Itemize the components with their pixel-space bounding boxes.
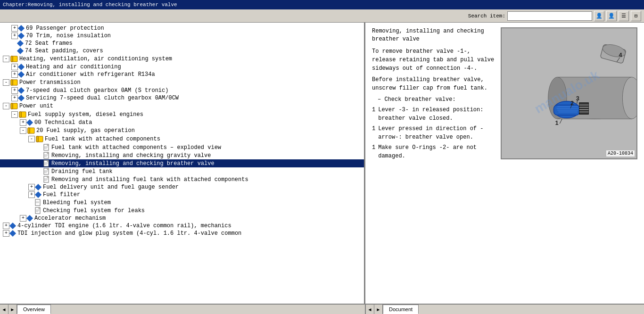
tree-item-label: Power transmission bbox=[19, 79, 81, 86]
nav-right-left-btn[interactable]: ◄ bbox=[366, 305, 374, 314]
tree-item-15[interactable]: -Fuel tank with attached components bbox=[0, 135, 364, 143]
svg-rect-11 bbox=[19, 112, 21, 117]
title-bar: Chapter:Removing, installing and checkin… bbox=[0, 0, 644, 9]
tree-item-8[interactable]: -Power transmission bbox=[0, 78, 364, 87]
tree-expand-icon[interactable]: - bbox=[3, 56, 9, 62]
svg-text:2: 2 bbox=[570, 99, 574, 107]
tree-item-label: Draining fuel tank bbox=[51, 168, 113, 175]
svg-rect-8 bbox=[11, 103, 13, 109]
tree-item-20[interactable]: Removing and installing fuel tank with a… bbox=[0, 175, 364, 183]
nav-left-btn[interactable]: ◄ bbox=[0, 305, 8, 314]
tree-expand-icon[interactable]: + bbox=[11, 71, 18, 78]
para-5: 1 Lever pressed in direction of -arrow-:… bbox=[372, 124, 496, 141]
menu-icon-btn[interactable]: ☰ bbox=[619, 11, 629, 21]
main-container: +69 Passenger protection+70 Trim, noise … bbox=[0, 23, 644, 304]
tree-expand-icon[interactable]: + bbox=[11, 87, 18, 94]
svg-text:1: 1 bbox=[555, 119, 558, 126]
tree-container[interactable]: +69 Passenger protection+70 Trim, noise … bbox=[0, 23, 364, 304]
tree-item-1[interactable]: +69 Passenger protection bbox=[0, 25, 364, 32]
tree-expand-icon[interactable]: - bbox=[3, 103, 9, 109]
tree-item-5[interactable]: -Heating, ventilation, air conditioning … bbox=[0, 55, 364, 63]
tree-item-18[interactable]: Removing, installing and checking breath… bbox=[0, 159, 364, 167]
tree-item-label: Heating, ventilation, air conditioning s… bbox=[19, 56, 172, 62]
svg-rect-5 bbox=[11, 80, 13, 85]
settings-icon-btn[interactable]: ⊟ bbox=[631, 11, 641, 21]
status-left: ◄ ► Overview bbox=[0, 305, 366, 314]
tree-item-27[interactable]: +TDI injection and glow plug system (4-c… bbox=[0, 230, 364, 237]
tree-expand-icon[interactable]: + bbox=[20, 215, 26, 222]
tree-item-11[interactable]: -Power unit bbox=[0, 102, 364, 110]
tree-item-label: Servicing 7-speed dual clutch gearbox 0A… bbox=[26, 95, 179, 101]
tree-item-label: Fuel tank with attached components bbox=[45, 136, 160, 142]
user-icon-btn[interactable]: 👤 bbox=[594, 11, 604, 21]
tree-item-4[interactable]: 74 Seat padding, covers bbox=[0, 47, 364, 55]
tree-item-label: Removing, installing and checking breath… bbox=[51, 160, 215, 167]
tree-item-label: Fuel delivery unit and fuel gauge sender bbox=[43, 184, 179, 190]
tree-item-label: TDI injection and glow plug system (4-cy… bbox=[17, 230, 241, 237]
tree-item-label: 4-cylinder TDI engine (1.6 ltr. 4-valve … bbox=[17, 223, 231, 229]
tree-item-25[interactable]: +Accelerator mechanism bbox=[0, 215, 364, 222]
para-6: 1 Make sure O-rings -2- are not damaged. bbox=[372, 143, 496, 160]
tree-expand-icon[interactable]: + bbox=[3, 230, 9, 237]
tree-item-16[interactable]: Fuel tank with attached components – exp… bbox=[0, 143, 364, 151]
para-4: 1 Lever -3- in released position: breath… bbox=[372, 106, 496, 123]
svg-text:3: 3 bbox=[576, 95, 579, 102]
tree-expand-icon[interactable]: - bbox=[3, 79, 9, 86]
right-panel: 1 2 3 4 manualo.uk A20-10834 bbox=[365, 23, 644, 304]
tree-expand-icon[interactable]: + bbox=[11, 25, 18, 32]
tree-expand-icon[interactable]: + bbox=[20, 119, 26, 126]
tree-expand-icon[interactable]: + bbox=[11, 33, 18, 39]
tree-item-3[interactable]: 72 Seat frames bbox=[0, 40, 364, 47]
tree-item-label: Accelerator mechanism bbox=[34, 215, 106, 222]
tree-item-label: 7-speed dual clutch gearbox 0AM (S troni… bbox=[26, 87, 168, 94]
nav-right-right-btn[interactable]: ► bbox=[374, 305, 383, 314]
tree-item-13[interactable]: +00 Technical data bbox=[0, 119, 364, 126]
tree-item-19[interactable]: Draining fuel tank bbox=[0, 167, 364, 175]
tree-expand-icon[interactable]: - bbox=[28, 136, 35, 142]
tree-expand-icon[interactable]: + bbox=[3, 223, 9, 229]
svg-rect-2 bbox=[11, 56, 13, 62]
tree-item-label: 74 Seat padding, covers bbox=[25, 48, 103, 54]
tree-expand-icon[interactable]: - bbox=[20, 127, 26, 134]
tree-expand-icon[interactable]: + bbox=[11, 95, 18, 101]
svg-text:4: 4 bbox=[619, 51, 622, 58]
tree-item-23[interactable]: Bleeding fuel system bbox=[0, 198, 364, 207]
tree-item-label: 00 Technical data bbox=[34, 119, 92, 126]
tree-item-10[interactable]: +Servicing 7-speed dual clutch gearbox 0… bbox=[0, 94, 364, 102]
overview-tab[interactable]: Overview bbox=[17, 305, 51, 314]
tree-item-9[interactable]: +7-speed dual clutch gearbox 0AM (S tron… bbox=[0, 87, 364, 94]
title-text: Chapter:Removing, installing and checkin… bbox=[3, 2, 177, 8]
tree-item-17[interactable]: Removing, installing and checking gravit… bbox=[0, 151, 364, 159]
tree-item-label: 69 Passenger protection bbox=[26, 25, 104, 32]
tree-expand-icon[interactable]: - bbox=[11, 111, 18, 118]
tree-item-label: Fuel tank with attached components – exp… bbox=[51, 144, 221, 151]
image-label: A20-10834 bbox=[606, 150, 635, 157]
status-bar: ◄ ► Overview ◄ ► Document bbox=[0, 304, 644, 314]
tree-item-2[interactable]: +70 Trim, noise insulation bbox=[0, 32, 364, 40]
tree-expand-icon[interactable]: + bbox=[28, 184, 35, 190]
toolbar: Search item: 👤 👤 ☰ ⊟ bbox=[0, 9, 644, 23]
document-tab[interactable]: Document bbox=[383, 305, 419, 314]
nav-right-btn[interactable]: ► bbox=[8, 305, 17, 314]
tree-item-label: Fuel supply system, diesel engines bbox=[28, 111, 143, 118]
tree-item-12[interactable]: -Fuel supply system, diesel engines bbox=[0, 110, 364, 119]
tree-item-24[interactable]: Checking fuel system for leaks bbox=[0, 207, 364, 215]
tree-item-label: Fuel filter bbox=[43, 191, 80, 198]
tree-item-22[interactable]: +Fuel filter bbox=[0, 191, 364, 198]
left-panel: +69 Passenger protection+70 Trim, noise … bbox=[0, 23, 365, 304]
tree-item-7[interactable]: +Air conditioner with refrigerant R134a bbox=[0, 71, 364, 78]
tree-item-21[interactable]: +Fuel delivery unit and fuel gauge sende… bbox=[0, 183, 364, 191]
tree-item-26[interactable]: +4-cylinder TDI engine (1.6 ltr. 4-valve… bbox=[0, 222, 364, 230]
tree-item-label: 72 Seat frames bbox=[25, 40, 73, 47]
search-label: Search item: bbox=[468, 13, 505, 19]
tree-item-label: 20 Fuel supply, gas operation bbox=[36, 127, 135, 134]
tree-item-label: 70 Trim, noise insulation bbox=[26, 33, 111, 39]
tree-item-label: Air conditioner with refrigerant R134a bbox=[26, 71, 155, 78]
search-input[interactable] bbox=[507, 11, 592, 21]
tree-expand-icon[interactable]: + bbox=[28, 191, 35, 198]
tree-item-14[interactable]: -20 Fuel supply, gas operation bbox=[0, 126, 364, 135]
tree-item-6[interactable]: +Heating and air conditioning bbox=[0, 63, 364, 71]
user2-icon-btn[interactable]: 👤 bbox=[606, 11, 617, 21]
tree-expand-icon[interactable]: + bbox=[11, 64, 18, 70]
tree-item-label: Removing, installing and checking gravit… bbox=[51, 152, 211, 159]
